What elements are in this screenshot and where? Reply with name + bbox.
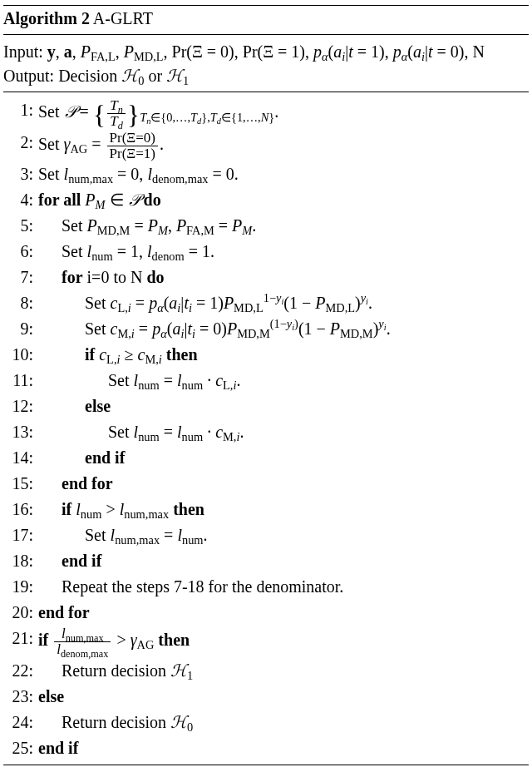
alg-step-6: 6: Set lnum = 1, ldenom = 1. — [3, 239, 529, 265]
line-number: 9: — [3, 317, 38, 341]
line-number: 11: — [3, 369, 38, 393]
alg-step-20: 20: end for — [3, 600, 529, 626]
input-line: Input: y, a, PFA,L, PMD,L, Pr(Ξ = 0), Pr… — [3, 40, 529, 64]
line-code: Set lnum,max = 0, ldenom,max = 0. — [38, 162, 529, 186]
line-number: 23: — [3, 685, 38, 709]
line-number: 7: — [3, 265, 38, 290]
alg-step-5: 5: Set PMD,M = PM, PFA,M = PM. — [3, 213, 529, 239]
line-code: Set 𝒫 = {TnTd}Tn∈{0,…,Td},Td∈{1,…,N}. — [38, 98, 529, 129]
line-code: end for — [38, 601, 529, 625]
alg-step-4: 4: for all PM ∈ 𝒫 do — [3, 187, 529, 213]
algorithm-body: 1: Set 𝒫 = {TnTd}Tn∈{0,…,Td},Td∈{1,…,N}.… — [3, 97, 529, 765]
line-code: Set lnum = lnum · cL,i. — [38, 369, 529, 393]
output-line: Output: Decision ℋ0 or ℋ1 — [3, 64, 529, 88]
alg-step-12: 12: else — [3, 393, 529, 419]
line-code: if lnum > lnum,max then — [38, 497, 529, 522]
alg-step-25: 25: end if — [3, 735, 529, 761]
line-code: Repeat the steps 7-18 for the denominato… — [38, 575, 529, 599]
alg-step-17: 17: Set lnum,max = lnum. — [3, 522, 529, 548]
line-code: if cL,i ≥ cM,i then — [38, 343, 529, 367]
alg-step-2: 2: Set γAG = Pr(Ξ=0)Pr(Ξ=1). — [3, 130, 529, 162]
line-number: 22: — [3, 659, 38, 683]
alg-step-7: 7: for i=0 to N do — [3, 265, 529, 290]
alg-step-18: 18: end if — [3, 548, 529, 574]
alg-step-9: 9: Set cM,i = pα(ai|ti = 0)PMD,M(1−yi)(1… — [3, 316, 529, 342]
line-number: 21: — [3, 626, 38, 651]
line-code: end if — [38, 446, 529, 470]
line-number: 20: — [3, 601, 38, 625]
line-number: 19: — [3, 575, 38, 599]
algorithm-title-line: Algorithm 2 A-GLRT — [3, 7, 529, 31]
line-code: Return decision ℋ1 — [38, 659, 529, 683]
alg-step-23: 23: else — [3, 684, 529, 710]
alg-step-1: 1: Set 𝒫 = {TnTd}Tn∈{0,…,Td},Td∈{1,…,N}. — [3, 97, 529, 130]
line-number: 13: — [3, 420, 38, 444]
line-code: Set cM,i = pα(ai|ti = 0)PMD,M(1−yi)(1 − … — [38, 317, 529, 341]
alg-step-21: 21: if lnum,maxldenom,max > γAG then — [3, 626, 529, 658]
algorithm-block: Algorithm 2 A-GLRT Input: y, a, PFA,L, P… — [3, 5, 529, 765]
alg-step-13: 13: Set lnum = lnum · cM,i. — [3, 419, 529, 445]
alg-step-22: 22: Return decision ℋ1 — [3, 658, 529, 684]
output-values: Decision ℋ0 or ℋ1 — [58, 67, 189, 85]
line-code: else — [38, 685, 529, 709]
alg-step-24: 24: Return decision ℋ0 — [3, 710, 529, 735]
line-code: end if — [38, 736, 529, 760]
line-number: 16: — [3, 497, 38, 522]
rule-top — [3, 34, 529, 35]
alg-step-10: 10: if cL,i ≥ cM,i then — [3, 342, 529, 368]
rule-mid — [3, 92, 529, 92]
line-number: 10: — [3, 343, 38, 367]
alg-step-19: 19: Repeat the steps 7-18 for the denomi… — [3, 574, 529, 600]
alg-step-11: 11: Set lnum = lnum · cL,i. — [3, 368, 529, 393]
line-code: for i=0 to N do — [38, 265, 529, 290]
line-number: 15: — [3, 472, 38, 496]
line-code: Set γAG = Pr(Ξ=0)Pr(Ξ=1). — [38, 131, 529, 161]
algorithm-label: Algorithm 2 — [3, 9, 90, 27]
alg-step-8: 8: Set cL,i = pα(ai|ti = 1)PMD,L1−yi(1 −… — [3, 290, 529, 316]
line-code: else — [38, 394, 529, 418]
alg-step-14: 14: end if — [3, 445, 529, 471]
line-number: 3: — [3, 162, 38, 186]
line-number: 14: — [3, 446, 38, 470]
input-values: y, a, PFA,L, PMD,L, Pr(Ξ = 0), Pr(Ξ = 1)… — [47, 42, 485, 61]
algorithm-header: Algorithm 2 A-GLRT Input: y, a, PFA,L, P… — [3, 6, 529, 92]
line-number: 4: — [3, 188, 38, 212]
line-code: end for — [38, 472, 529, 496]
line-number: 18: — [3, 549, 38, 573]
line-number: 25: — [3, 736, 38, 760]
line-code: Set lnum = lnum · cM,i. — [38, 420, 529, 444]
algorithm-name: A-GLRT — [93, 9, 153, 27]
line-code: Set lnum = 1, ldenom = 1. — [38, 240, 529, 264]
line-code: if lnum,maxldenom,max > γAG then — [38, 626, 529, 657]
line-code: Set cL,i = pα(ai|ti = 1)PMD,L1−yi(1 − PM… — [38, 291, 529, 315]
output-label: Output: — [3, 67, 54, 85]
line-code: end if — [38, 549, 529, 573]
line-number: 2: — [3, 131, 38, 155]
input-label: Input: — [3, 42, 43, 61]
alg-step-3: 3: Set lnum,max = 0, ldenom,max = 0. — [3, 161, 529, 187]
line-code: Set PMD,M = PM, PFA,M = PM. — [38, 214, 529, 238]
line-number: 24: — [3, 710, 38, 735]
line-number: 1: — [3, 98, 38, 122]
alg-step-16: 16: if lnum > lnum,max then — [3, 497, 529, 522]
line-number: 8: — [3, 291, 38, 315]
line-code: Return decision ℋ0 — [38, 710, 529, 735]
line-number: 17: — [3, 523, 38, 547]
alg-step-15: 15: end for — [3, 471, 529, 497]
line-number: 12: — [3, 394, 38, 418]
line-code: for all PM ∈ 𝒫 do — [38, 188, 529, 212]
line-number: 5: — [3, 214, 38, 238]
line-code: Set lnum,max = lnum. — [38, 523, 529, 547]
line-number: 6: — [3, 240, 38, 264]
